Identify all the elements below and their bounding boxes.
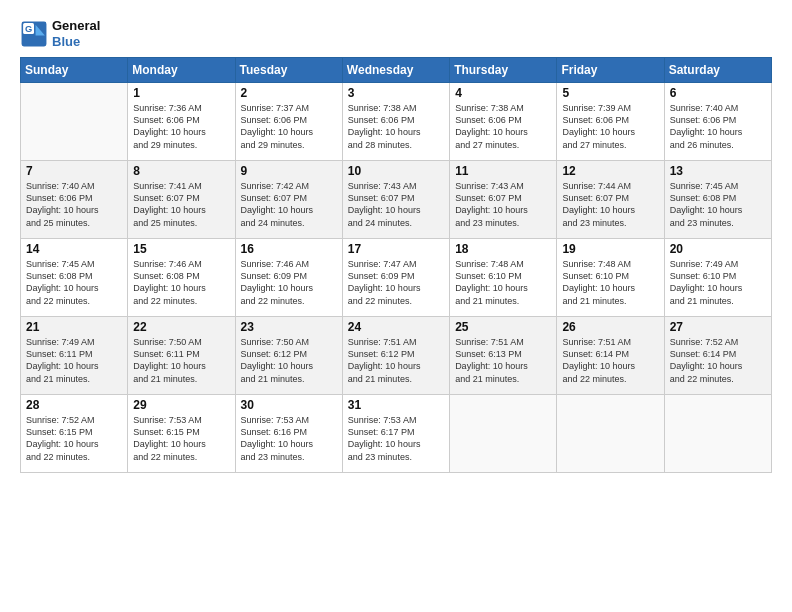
day-info: Sunrise: 7:36 AM Sunset: 6:06 PM Dayligh… bbox=[133, 102, 229, 151]
logo-text: General Blue bbox=[52, 18, 100, 49]
day-info: Sunrise: 7:46 AM Sunset: 6:08 PM Dayligh… bbox=[133, 258, 229, 307]
page: G General Blue SundayMondayTuesdayWednes… bbox=[0, 0, 792, 612]
day-number: 24 bbox=[348, 320, 444, 334]
calendar-cell: 2Sunrise: 7:37 AM Sunset: 6:06 PM Daylig… bbox=[235, 83, 342, 161]
calendar-cell: 24Sunrise: 7:51 AM Sunset: 6:12 PM Dayli… bbox=[342, 317, 449, 395]
header: G General Blue bbox=[20, 18, 772, 49]
day-info: Sunrise: 7:37 AM Sunset: 6:06 PM Dayligh… bbox=[241, 102, 337, 151]
calendar-cell: 1Sunrise: 7:36 AM Sunset: 6:06 PM Daylig… bbox=[128, 83, 235, 161]
calendar-cell: 10Sunrise: 7:43 AM Sunset: 6:07 PM Dayli… bbox=[342, 161, 449, 239]
day-info: Sunrise: 7:53 AM Sunset: 6:15 PM Dayligh… bbox=[133, 414, 229, 463]
calendar-cell: 17Sunrise: 7:47 AM Sunset: 6:09 PM Dayli… bbox=[342, 239, 449, 317]
calendar-cell: 29Sunrise: 7:53 AM Sunset: 6:15 PM Dayli… bbox=[128, 395, 235, 473]
day-number: 4 bbox=[455, 86, 551, 100]
calendar-cell: 21Sunrise: 7:49 AM Sunset: 6:11 PM Dayli… bbox=[21, 317, 128, 395]
day-info: Sunrise: 7:51 AM Sunset: 6:12 PM Dayligh… bbox=[348, 336, 444, 385]
day-number: 26 bbox=[562, 320, 658, 334]
day-info: Sunrise: 7:46 AM Sunset: 6:09 PM Dayligh… bbox=[241, 258, 337, 307]
calendar-cell bbox=[557, 395, 664, 473]
day-number: 8 bbox=[133, 164, 229, 178]
day-number: 10 bbox=[348, 164, 444, 178]
day-info: Sunrise: 7:52 AM Sunset: 6:15 PM Dayligh… bbox=[26, 414, 122, 463]
calendar-cell: 9Sunrise: 7:42 AM Sunset: 6:07 PM Daylig… bbox=[235, 161, 342, 239]
day-info: Sunrise: 7:49 AM Sunset: 6:10 PM Dayligh… bbox=[670, 258, 766, 307]
calendar-cell: 16Sunrise: 7:46 AM Sunset: 6:09 PM Dayli… bbox=[235, 239, 342, 317]
day-number: 17 bbox=[348, 242, 444, 256]
calendar-week-row: 28Sunrise: 7:52 AM Sunset: 6:15 PM Dayli… bbox=[21, 395, 772, 473]
svg-text:G: G bbox=[25, 24, 32, 34]
calendar-cell: 11Sunrise: 7:43 AM Sunset: 6:07 PM Dayli… bbox=[450, 161, 557, 239]
calendar-cell bbox=[450, 395, 557, 473]
day-number: 3 bbox=[348, 86, 444, 100]
weekday-header: Monday bbox=[128, 58, 235, 83]
day-number: 12 bbox=[562, 164, 658, 178]
calendar-cell: 7Sunrise: 7:40 AM Sunset: 6:06 PM Daylig… bbox=[21, 161, 128, 239]
day-number: 30 bbox=[241, 398, 337, 412]
day-number: 11 bbox=[455, 164, 551, 178]
day-info: Sunrise: 7:45 AM Sunset: 6:08 PM Dayligh… bbox=[670, 180, 766, 229]
day-number: 19 bbox=[562, 242, 658, 256]
calendar-cell: 25Sunrise: 7:51 AM Sunset: 6:13 PM Dayli… bbox=[450, 317, 557, 395]
day-info: Sunrise: 7:41 AM Sunset: 6:07 PM Dayligh… bbox=[133, 180, 229, 229]
calendar-cell: 19Sunrise: 7:48 AM Sunset: 6:10 PM Dayli… bbox=[557, 239, 664, 317]
calendar-cell: 31Sunrise: 7:53 AM Sunset: 6:17 PM Dayli… bbox=[342, 395, 449, 473]
weekday-header: Wednesday bbox=[342, 58, 449, 83]
day-number: 22 bbox=[133, 320, 229, 334]
day-info: Sunrise: 7:53 AM Sunset: 6:17 PM Dayligh… bbox=[348, 414, 444, 463]
calendar-cell: 30Sunrise: 7:53 AM Sunset: 6:16 PM Dayli… bbox=[235, 395, 342, 473]
calendar-cell: 27Sunrise: 7:52 AM Sunset: 6:14 PM Dayli… bbox=[664, 317, 771, 395]
day-number: 1 bbox=[133, 86, 229, 100]
day-info: Sunrise: 7:53 AM Sunset: 6:16 PM Dayligh… bbox=[241, 414, 337, 463]
day-info: Sunrise: 7:43 AM Sunset: 6:07 PM Dayligh… bbox=[455, 180, 551, 229]
day-info: Sunrise: 7:45 AM Sunset: 6:08 PM Dayligh… bbox=[26, 258, 122, 307]
day-number: 25 bbox=[455, 320, 551, 334]
day-info: Sunrise: 7:40 AM Sunset: 6:06 PM Dayligh… bbox=[670, 102, 766, 151]
calendar-cell: 5Sunrise: 7:39 AM Sunset: 6:06 PM Daylig… bbox=[557, 83, 664, 161]
calendar-cell: 14Sunrise: 7:45 AM Sunset: 6:08 PM Dayli… bbox=[21, 239, 128, 317]
calendar-cell: 20Sunrise: 7:49 AM Sunset: 6:10 PM Dayli… bbox=[664, 239, 771, 317]
day-number: 2 bbox=[241, 86, 337, 100]
logo: G General Blue bbox=[20, 18, 100, 49]
day-number: 16 bbox=[241, 242, 337, 256]
calendar-cell: 3Sunrise: 7:38 AM Sunset: 6:06 PM Daylig… bbox=[342, 83, 449, 161]
day-number: 21 bbox=[26, 320, 122, 334]
day-info: Sunrise: 7:47 AM Sunset: 6:09 PM Dayligh… bbox=[348, 258, 444, 307]
day-info: Sunrise: 7:48 AM Sunset: 6:10 PM Dayligh… bbox=[455, 258, 551, 307]
day-info: Sunrise: 7:43 AM Sunset: 6:07 PM Dayligh… bbox=[348, 180, 444, 229]
day-info: Sunrise: 7:50 AM Sunset: 6:11 PM Dayligh… bbox=[133, 336, 229, 385]
day-number: 14 bbox=[26, 242, 122, 256]
day-info: Sunrise: 7:48 AM Sunset: 6:10 PM Dayligh… bbox=[562, 258, 658, 307]
day-info: Sunrise: 7:39 AM Sunset: 6:06 PM Dayligh… bbox=[562, 102, 658, 151]
day-number: 5 bbox=[562, 86, 658, 100]
day-info: Sunrise: 7:51 AM Sunset: 6:14 PM Dayligh… bbox=[562, 336, 658, 385]
day-number: 18 bbox=[455, 242, 551, 256]
day-info: Sunrise: 7:40 AM Sunset: 6:06 PM Dayligh… bbox=[26, 180, 122, 229]
calendar-table: SundayMondayTuesdayWednesdayThursdayFrid… bbox=[20, 57, 772, 473]
calendar-cell: 8Sunrise: 7:41 AM Sunset: 6:07 PM Daylig… bbox=[128, 161, 235, 239]
calendar-week-row: 14Sunrise: 7:45 AM Sunset: 6:08 PM Dayli… bbox=[21, 239, 772, 317]
calendar-week-row: 1Sunrise: 7:36 AM Sunset: 6:06 PM Daylig… bbox=[21, 83, 772, 161]
day-info: Sunrise: 7:42 AM Sunset: 6:07 PM Dayligh… bbox=[241, 180, 337, 229]
day-number: 20 bbox=[670, 242, 766, 256]
day-number: 28 bbox=[26, 398, 122, 412]
weekday-header: Saturday bbox=[664, 58, 771, 83]
day-number: 15 bbox=[133, 242, 229, 256]
weekday-header: Friday bbox=[557, 58, 664, 83]
day-number: 13 bbox=[670, 164, 766, 178]
calendar-week-row: 7Sunrise: 7:40 AM Sunset: 6:06 PM Daylig… bbox=[21, 161, 772, 239]
day-info: Sunrise: 7:38 AM Sunset: 6:06 PM Dayligh… bbox=[348, 102, 444, 151]
day-info: Sunrise: 7:49 AM Sunset: 6:11 PM Dayligh… bbox=[26, 336, 122, 385]
day-info: Sunrise: 7:44 AM Sunset: 6:07 PM Dayligh… bbox=[562, 180, 658, 229]
day-info: Sunrise: 7:38 AM Sunset: 6:06 PM Dayligh… bbox=[455, 102, 551, 151]
day-number: 7 bbox=[26, 164, 122, 178]
calendar-cell: 15Sunrise: 7:46 AM Sunset: 6:08 PM Dayli… bbox=[128, 239, 235, 317]
calendar-cell: 28Sunrise: 7:52 AM Sunset: 6:15 PM Dayli… bbox=[21, 395, 128, 473]
day-number: 31 bbox=[348, 398, 444, 412]
day-info: Sunrise: 7:52 AM Sunset: 6:14 PM Dayligh… bbox=[670, 336, 766, 385]
calendar-cell: 23Sunrise: 7:50 AM Sunset: 6:12 PM Dayli… bbox=[235, 317, 342, 395]
header-row: SundayMondayTuesdayWednesdayThursdayFrid… bbox=[21, 58, 772, 83]
day-number: 9 bbox=[241, 164, 337, 178]
day-info: Sunrise: 7:51 AM Sunset: 6:13 PM Dayligh… bbox=[455, 336, 551, 385]
calendar-week-row: 21Sunrise: 7:49 AM Sunset: 6:11 PM Dayli… bbox=[21, 317, 772, 395]
weekday-header: Sunday bbox=[21, 58, 128, 83]
